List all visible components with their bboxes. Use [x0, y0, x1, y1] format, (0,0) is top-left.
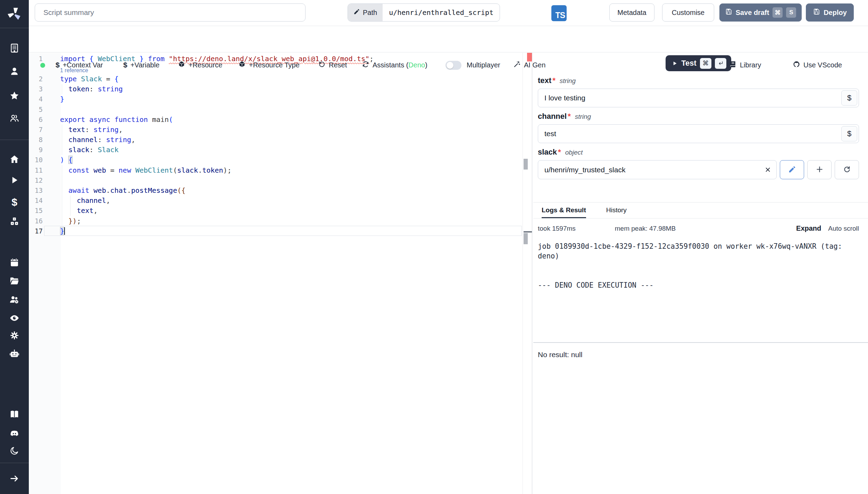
library-button[interactable]: Library	[729, 57, 761, 73]
code-line[interactable]: 3 token: string	[29, 84, 523, 94]
add-variable-button[interactable]: $+Variable	[123, 57, 159, 73]
pencil-icon	[353, 8, 360, 17]
code-editor[interactable]: 1import { WebClient } from "https://deno…	[29, 53, 523, 494]
sidebar-item-favorites[interactable]	[0, 88, 29, 104]
top-bar: Path u/henri/enthralled_script TS Metada…	[29, 0, 868, 26]
code-line[interactable]: 8 channel: string,	[29, 135, 523, 145]
insert-variable-button[interactable]: $	[841, 90, 857, 106]
arg-label-text: text* string	[538, 76, 859, 85]
line-number: 6	[29, 116, 43, 123]
use-vscode-button[interactable]: Use VScode	[793, 57, 842, 73]
add-resource-type-button[interactable]: +Resource Type	[238, 57, 300, 73]
sidebar-item-discord[interactable]	[0, 426, 29, 442]
code-line[interactable]: 13 await web.chat.postMessage({	[29, 185, 523, 195]
cube-icon	[238, 60, 246, 70]
code-line[interactable]: 9 slack: Slack	[29, 145, 523, 155]
code-line[interactable]: 2type Slack = {	[29, 74, 523, 84]
multiplayer-toggle[interactable]	[445, 61, 461, 70]
code-line[interactable]: 16 });	[29, 216, 523, 226]
line-number: 10	[29, 156, 43, 164]
line-number: 16	[29, 217, 43, 225]
code-line[interactable]: 5	[29, 104, 523, 114]
add-context-var-button[interactable]: $+Context Var	[56, 57, 103, 73]
script-summary-input[interactable]	[35, 3, 306, 22]
channel-arg-value[interactable]	[538, 130, 859, 138]
text-arg-value[interactable]	[538, 94, 859, 102]
arg-label-slack: slack* object	[538, 148, 859, 157]
customise-button[interactable]: Customise	[662, 3, 714, 22]
sidebar-item-variables[interactable]: $	[0, 194, 29, 210]
refresh-resource-button[interactable]	[835, 160, 859, 179]
sidebar-item-theme[interactable]	[0, 443, 29, 459]
add-resource-button[interactable]: +Resource	[178, 57, 222, 73]
test-button[interactable]: Test ⌘	[666, 55, 731, 71]
expand-logs-button[interactable]: Expand	[796, 224, 821, 232]
sidebar-item-collapse[interactable]	[0, 470, 29, 486]
path-edit-button[interactable]: Path	[348, 4, 383, 21]
code-line[interactable]: 6export async function main(	[29, 114, 523, 124]
clear-resource-icon[interactable]	[765, 160, 771, 179]
save-icon	[725, 8, 732, 17]
line-number: 14	[29, 197, 43, 204]
toggle-knob	[446, 62, 453, 69]
channel-arg-input[interactable]: $	[538, 124, 859, 143]
code-line[interactable]: 14 channel,	[29, 196, 523, 206]
sidebar-divider	[0, 463, 29, 463]
pane-resize-handle[interactable]	[532, 53, 532, 494]
sidebar-item-ai[interactable]	[0, 346, 29, 362]
github-icon	[793, 60, 800, 70]
line-number: 11	[29, 166, 43, 174]
text-arg-input[interactable]: $	[538, 89, 859, 107]
sidebar-item-members[interactable]	[0, 110, 29, 126]
save-draft-button[interactable]: Save draft ⌘ S	[719, 3, 802, 22]
sidebar-item-workers[interactable]	[0, 291, 29, 307]
sidebar-item-home[interactable]	[0, 151, 29, 167]
plus-icon	[816, 165, 824, 174]
log-line: --- DENO CODE EXECUTION ---	[538, 280, 859, 290]
code-line[interactable]: 12	[29, 175, 523, 185]
code-line[interactable]: 15 text,	[29, 206, 523, 216]
ai-gen-button[interactable]: AI Gen	[513, 57, 545, 73]
line-number: 8	[29, 136, 43, 143]
sidebar-item-runs[interactable]	[0, 172, 29, 188]
windmill-logo-icon[interactable]	[0, 3, 29, 24]
path-chip[interactable]: Path u/henri/enthralled_script	[348, 3, 500, 22]
code-line[interactable]: 7 text: string,	[29, 124, 523, 134]
book-icon	[729, 60, 737, 70]
run-stats: took 1597ms mem peak: 47.98MB Expand Aut…	[538, 224, 859, 232]
code-line[interactable]: 10) {	[29, 155, 523, 165]
editor-overview-ruler[interactable]	[523, 53, 532, 494]
slack-resource-select[interactable]: u/henri/my_trusted_slack	[538, 160, 777, 179]
sidebar-item-settings[interactable]	[0, 327, 29, 343]
dollar-icon: $	[56, 61, 60, 69]
sidebar-item-user[interactable]	[0, 63, 29, 79]
run-preview-panel: Test ⌘ text* string $ channel* string $ …	[533, 53, 868, 494]
reset-button[interactable]: Reset	[318, 57, 347, 73]
sidebar-item-resources[interactable]	[0, 213, 29, 229]
script-path-value: u/henri/enthralled_script	[383, 4, 500, 21]
sidebar: $	[0, 0, 29, 494]
cube-icon	[178, 60, 185, 70]
insert-variable-button[interactable]: $	[841, 126, 857, 141]
code-line[interactable]: 11 const web = new WebClient(slack.token…	[29, 165, 523, 175]
tab-history[interactable]: History	[606, 206, 627, 218]
text-cursor	[64, 227, 65, 235]
sidebar-item-audit-logs[interactable]	[0, 310, 29, 326]
sidebar-item-schedules[interactable]	[0, 254, 29, 270]
tab-logs-result[interactable]: Logs & Result	[542, 206, 586, 218]
add-resource-button[interactable]	[807, 160, 832, 179]
code-line[interactable]: 4}	[29, 94, 523, 104]
deploy-button[interactable]: Deploy	[806, 3, 854, 22]
auto-scroll-toggle[interactable]: Auto scroll	[828, 225, 859, 232]
arg-label-channel: channel* string	[538, 112, 859, 121]
line-number: 1	[29, 55, 43, 63]
typescript-language-badge: TS	[551, 5, 567, 21]
assistants-button[interactable]: Assistants (Deno)	[362, 57, 427, 73]
reset-icon	[318, 60, 326, 70]
metadata-button[interactable]: Metadata	[609, 3, 654, 22]
sidebar-item-workspace[interactable]	[0, 40, 29, 56]
code-line[interactable]: 17}	[29, 226, 523, 236]
sidebar-item-folders[interactable]	[0, 273, 29, 289]
sidebar-item-docs[interactable]	[0, 406, 29, 422]
edit-resource-button[interactable]	[780, 160, 804, 179]
